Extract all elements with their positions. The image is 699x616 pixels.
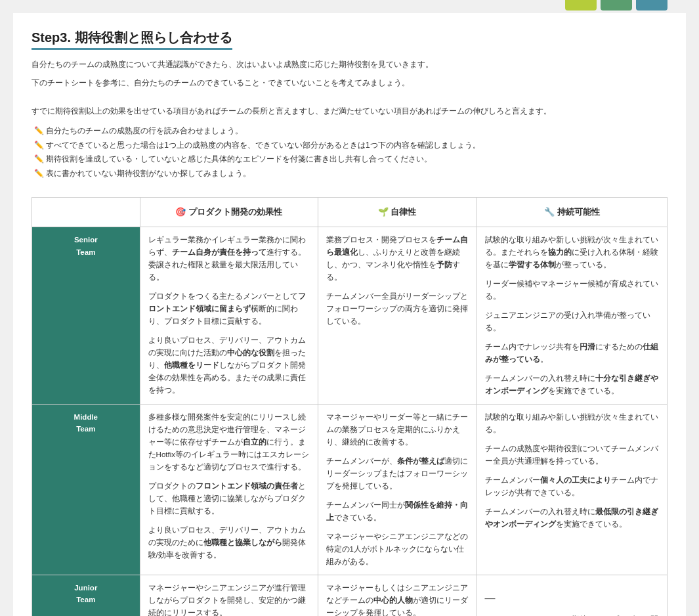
instruction-4: ✏️ 表に書かれていない期待役割がないか探してみましょう。 [32,167,667,181]
senior-col2-p2: チームメンバー全員がリーダーシップとフォローワーシップの両方を適切に発揮している… [326,290,469,328]
header-col2: 🌱 自律性 [318,197,477,227]
intro-line2: 下のチートシートを参考に、自分たちのチームのできていること・できていないことを考… [32,76,667,89]
intro-line3: すでに期待役割以上の効果を出せている項目があればチームの長所と言えますし、まだ満… [32,104,667,118]
header-row: 🎯 プロダクト開発の効果性 🌱 自律性 🔧 持続可能性 [32,197,667,227]
junior-col1: マネージャーやシニアエンジニアが進行管理しながらプロダクトを開発し、安定的かつ継… [140,575,318,616]
senior-col1: レギュラー業務かイレギュラー業務かに関わらず、チーム自身が責任を持って進行する。… [140,227,318,405]
middle-row: MiddleTeam 多種多様な開発案件を安定的にリリースし続けるための意思決定… [32,405,667,575]
swatch-3 [636,0,667,11]
senior-col1-p3: より良いプロセス、デリバリー、アウトカムの実現に向けた活動の中心的な役割を担った… [148,334,310,397]
middle-col3-p3: チームメンバー個々人の工夫によりチーム内でナレッジが共有できている。 [485,474,659,499]
table-section: 🎯 プロダクト開発の効果性 🌱 自律性 🔧 持続可能性 [32,197,667,616]
senior-col3-p3: ジュニアエンジニアの受け入れ準備が整っている。 [485,309,659,334]
senior-team-cell: SeniorTeam [32,227,140,405]
senior-col1-p1: レギュラー業務かイレギュラー業務かに関わらず、チーム自身が責任を持って進行する。… [148,234,310,284]
middle-team-cell: MiddleTeam [32,405,140,575]
color-swatches [565,0,667,11]
col3-label: 持続可能性 [557,207,600,217]
senior-col3-p2: リーダー候補やマネージャー候補が育成されている。 [485,278,659,303]
title-section: Step3. 期待役割と照らし合わせる 自分たちのチームの成熟度について共通認識… [32,29,667,181]
junior-col3-dash: — [485,582,659,607]
swatch-1 [565,0,597,11]
senior-col2: 業務プロセス・開発プロセスをチーム自ら最適化し、ふりかえりと改善を継続し、かつ、… [318,227,477,405]
senior-col1-p2: プロダクトをつくる主たるメンバーとしてフロントエンド領域に留まらず横断的に関わり… [148,290,310,328]
middle-col3-p4: チームメンバーの入れ替え時に最低限の引き継ぎやオンボーディングを実施できている。 [485,506,659,531]
col2-label: 自律性 [391,207,416,217]
middle-col2-p4: マネージャーやシニアエンジニアなどの特定の1人がボトルネックにならない仕組みがあ… [326,531,469,568]
middle-col2-p3: チームメンバー同士が関係性を維持・向上できている。 [326,499,469,524]
middle-col2-p2: チームメンバーが、条件が整えば適切にリーダーシップまたはフォローワーシップを発揮… [326,455,469,493]
middle-col2-p1: マネージャーやリーダー等と一緒にチームの業務プロセスを定期的にふりかえり、継続的… [326,411,469,449]
instruction-3: ✏️ 期待役割を達成している・していないと感じた具体的なエピソードを付箋に書き出… [32,152,667,167]
col2-icon: 🌱 [378,207,391,217]
junior-col3-p1: エンジニアチームとして期待されるプロダクト開発を安定体的に行い(=プロダクト開発… [485,613,659,616]
header-empty [32,197,140,227]
middle-col2: マネージャーやリーダー等と一緒にチームの業務プロセスを定期的にふりかえり、継続的… [318,405,477,575]
page-title: Step3. 期待役割と照らし合わせる [32,29,232,50]
junior-col2: マネージャーもしくはシニアエンジニアなどチームの中心的人物が適切にリーダーシップ… [318,575,477,616]
intro-line1: 自分たちのチームの成熟度について共通認識ができたら、次はいよいよ成熟度に応じた期… [32,58,667,71]
swatch-2 [601,0,632,11]
middle-col3: 試験的な取り組みや新しい挑戦が次々生まれている。 チームの成熟度や期待役割につい… [477,405,667,575]
senior-col3-p1: 試験的な取り組みや新しい挑戦が次々生まれている。またそれらを協力的に受け入れる体… [485,234,659,271]
middle-col1: 多種多様な開発案件を安定的にリリースし続けるための意思決定や進行管理を、マネージ… [140,405,318,575]
middle-col1-p1: 多種多様な開発案件を安定的にリリースし続けるための意思決定や進行管理を、マネージ… [148,411,310,473]
middle-col1-p2: プロダクトのフロントエンド領域の責任者として、他職種と適切に協業しながらプロダク… [148,480,310,517]
junior-col1-p1: マネージャーやシニアエンジニアが進行管理しながらプロダクトを開発し、安定的かつ継… [148,582,310,616]
senior-col3-p4: チーム内でナレッジ共有を円滑にするための仕組みが整っている。 [485,341,659,366]
main-table: 🎯 プロダクト開発の効果性 🌱 自律性 🔧 持続可能性 [32,197,667,616]
senior-col3-p5: チームメンバーの入れ替え時に十分な引き継ぎやオンボーディングを実施できている。 [485,372,659,397]
middle-col3-p2: チームの成熟度や期待役割についてチームメンバー全員が共通理解を持っている。 [485,443,659,468]
senior-col3: 試験的な取り組みや新しい挑戦が次々生まれている。またそれらを協力的に受け入れる体… [477,227,667,405]
col1-label: プロダクト開発の効果性 [188,207,282,217]
senior-col2-p1: 業務プロセス・開発プロセスをチーム自ら最適化し、ふりかえりと改善を継続し、かつ、… [326,234,469,284]
middle-col3-p1: 試験的な取り組みや新しい挑戦が次々生まれている。 [485,411,659,436]
senior-row: SeniorTeam レギュラー業務かイレギュラー業務かに関わらず、チーム自身が… [32,227,667,405]
page-container: Step3. 期待役割と照らし合わせる 自分たちのチームの成熟度について共通認識… [13,13,686,616]
instruction-1: ✏️ 自分たちのチームの成熟度の行を読み合わせましょう。 [32,124,667,139]
junior-col2-p1: マネージャーもしくはシニアエンジニアなどチームの中心的人物が適切にリーダーシップ… [326,582,469,616]
col1-icon: 🎯 [175,207,188,217]
junior-team-cell: JuniorTeam [32,575,140,616]
instruction-2: ✏️ すべてできていると思った場合は1つ上の成熟度の内容を、できていない部分があ… [32,139,667,153]
header-col3: 🔧 持続可能性 [477,197,667,227]
junior-row: JuniorTeam マネージャーやシニアエンジニアが進行管理しながらプロダクト… [32,575,667,616]
instruction-list: ✏️ 自分たちのチームの成熟度の行を読み合わせましょう。 ✏️ すべてできている… [32,124,667,181]
col3-icon: 🔧 [544,207,557,217]
middle-col1-p3: より良いプロセス、デリバリー、アウトカムの実現のために他職種と協業しながら開発体… [148,524,310,561]
header-col1: 🎯 プロダクト開発の効果性 [140,197,318,227]
junior-col3: — エンジニアチームとして期待されるプロダクト開発を安定体的に行い(=プロダクト… [477,575,667,616]
